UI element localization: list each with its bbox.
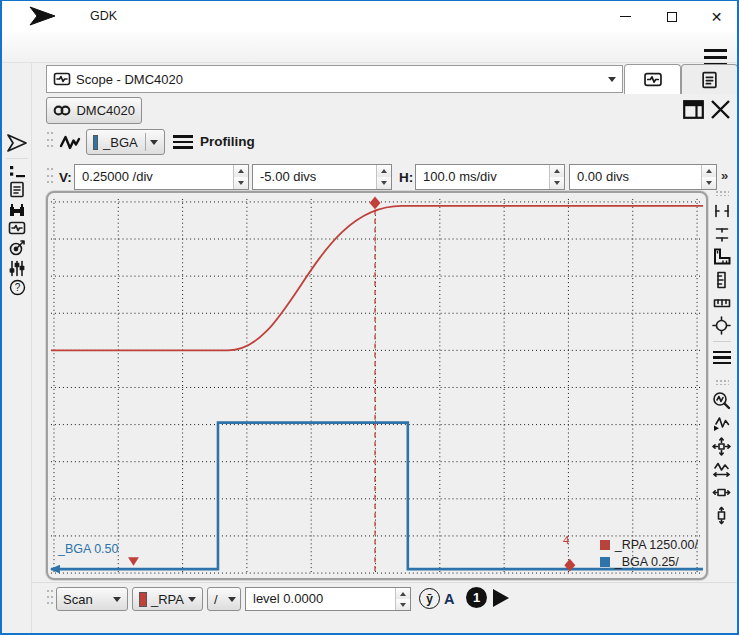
binoculars-icon [8,202,26,218]
scope-plot[interactable] [48,193,706,578]
trigger-level-value: level 0.0000 [246,588,395,610]
ruler-corner-button[interactable] [711,247,733,267]
fit-signal-horizontal-button[interactable] [711,459,733,479]
scope-icon [643,71,663,88]
capture-count-button[interactable]: 1 [466,587,487,608]
spin-down-button[interactable] [377,177,391,189]
h-offset-value: 0.00 divs [570,165,701,189]
trigger-level-spinbox[interactable]: level 0.0000 [245,587,411,611]
pointer-icon [6,132,28,154]
fit-width-button[interactable] [711,482,733,502]
close-tool-button[interactable] [707,97,733,122]
spin-down-button[interactable] [550,177,564,189]
controller-button[interactable]: DMC4020 [46,97,142,124]
axis-toolbar-handle[interactable] [47,168,53,186]
display-menu-button[interactable] [711,348,733,368]
trace-swatch [93,135,98,150]
signal-icon [58,131,82,153]
window-title: GDK [90,1,117,32]
legend-label-rpa: _RPA 1250.00/ [615,538,698,552]
spin-down-button[interactable] [234,177,248,189]
ruler-vertical-button[interactable] [711,270,733,290]
trigger-source-value: _RPA [151,592,184,607]
trigger-source-combobox[interactable]: _RPA [132,587,203,611]
sidebar-item-scope[interactable] [6,218,28,238]
move-view-button[interactable] [711,436,733,456]
chevron-down-icon [188,597,196,602]
main-menu-button[interactable] [702,38,729,67]
sidebar-item-editor[interactable] [6,179,28,199]
trace-toolbar-handle[interactable] [47,132,53,150]
sliders-icon [9,260,25,277]
sidebar-item-tuner[interactable] [6,238,28,258]
right-toolbar-handle-2[interactable] [715,379,729,385]
close-icon: ✕ [711,10,723,24]
fit-height-button[interactable] [711,505,733,525]
toolbar-separator [713,341,731,342]
window-minimize-button[interactable] [603,1,648,32]
trace-combobox[interactable]: _BGA [86,129,165,155]
mean-icon: ȳ [426,592,433,606]
chevron-down-icon [608,77,616,82]
sidebar-item-pointer[interactable] [6,131,28,155]
vertical-cursors-icon [714,225,730,243]
trace-combobox-value: _BGA [103,135,138,150]
sidebar-item-help[interactable]: ? [6,277,28,297]
marker-4-label: 4 [563,534,569,546]
spin-down-button[interactable] [396,599,410,610]
v-scale-spinbox[interactable]: 0.25000 /div [74,164,249,190]
trigger-mode-combobox[interactable]: Scan [56,587,128,611]
ruler-horizontal-button[interactable] [711,293,733,313]
gdk-window: GDK ✕ ? [0,0,739,635]
hamburger-icon [704,49,727,65]
pan-signal-button[interactable] [711,413,733,433]
tab-scope[interactable] [624,64,681,94]
profiling-label: Profiling [200,134,255,149]
minimize-icon [620,16,631,17]
measure-vertical-button[interactable] [711,224,733,244]
maximize-icon [667,12,677,22]
sidebar-item-sliders[interactable] [6,258,28,278]
run-button[interactable] [493,589,509,607]
mean-button[interactable]: ȳ [419,588,440,609]
profiling-menu-button[interactable] [171,134,195,150]
autoscale-button[interactable]: A [444,591,454,607]
scope-icon [53,71,71,87]
tool-selector-combobox[interactable]: Scope - DMC4020 [46,65,623,93]
tab-editor[interactable] [681,64,738,94]
target-icon [8,239,26,257]
spin-up-button[interactable] [377,165,391,177]
pan-waveform-icon [712,415,731,432]
h-scale-spinbox[interactable]: 100.0 ms/div [415,164,565,190]
window-close-button[interactable]: ✕ [694,1,739,32]
spin-up-button[interactable] [234,165,248,177]
v-offset-spinbox[interactable]: -5.00 divs [252,164,392,190]
vertical-ruler-icon [714,271,729,289]
zoom-signal-button[interactable] [711,390,733,410]
panel-layout-button[interactable] [681,98,705,121]
spin-up-button[interactable] [702,165,716,177]
trigger-toolbar-handle[interactable] [47,590,53,606]
app-menubar [2,32,737,63]
sidebar-item-watch[interactable] [6,200,28,220]
crosshair-button[interactable] [711,316,733,336]
trigger-slope-combobox[interactable]: / [207,587,241,611]
spin-up-button[interactable] [550,165,564,177]
window-maximize-button[interactable] [649,1,694,32]
horizontal-cursors-icon [713,203,731,219]
window-titlebar: GDK ✕ [2,1,737,32]
measure-horizontal-button[interactable] [711,201,733,221]
tool-sidebar: ? [2,63,32,635]
legend-item: _BGA 0.25/ [600,555,698,569]
horizontal-ruler-icon [713,296,731,310]
spin-up-button[interactable] [396,588,410,599]
app-logo-icon [28,6,58,30]
sidebar-item-terminal[interactable] [6,161,28,181]
right-toolbar-handle[interactable] [715,190,729,196]
scope-chart-panel: _BGA 0.50 4 _RPA 1250.00/ _BGA 0.25/ [46,191,708,580]
h-offset-spinbox[interactable]: 0.00 divs [569,164,717,190]
close-icon [710,99,731,120]
link-icon [53,103,71,118]
toolbar-overflow-button[interactable]: » [721,168,728,183]
chevron-down-icon [228,597,236,602]
